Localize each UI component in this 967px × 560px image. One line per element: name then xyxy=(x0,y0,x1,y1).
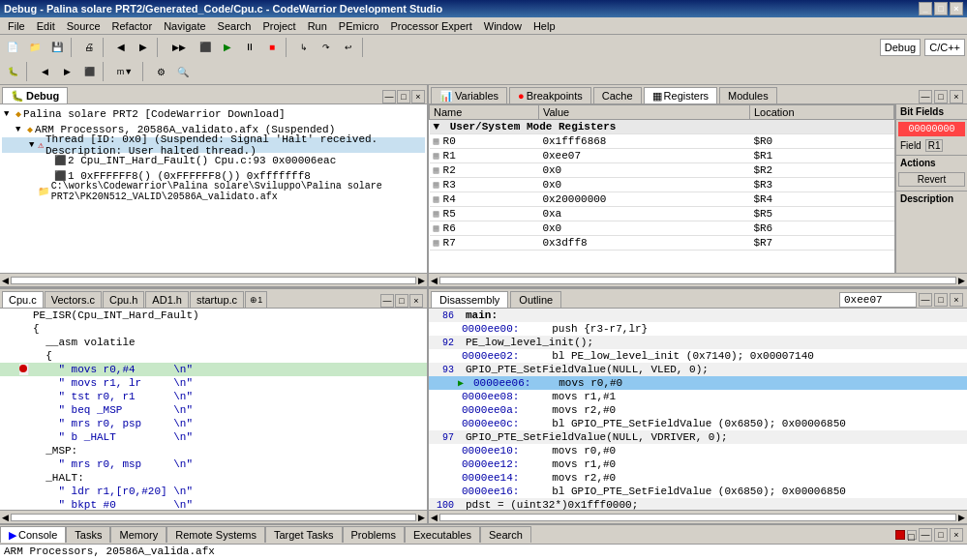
menu-edit[interactable]: Edit xyxy=(31,19,61,33)
disasm-scroll-right[interactable]: ▶ xyxy=(958,513,965,522)
tb-step-out-btn[interactable]: ↩ xyxy=(338,38,359,57)
reg-val-r3[interactable]: 0x0 xyxy=(538,178,749,192)
tb-forward-btn[interactable]: ▶ xyxy=(133,38,154,57)
source-tab-vectors[interactable]: Vectors.c xyxy=(45,291,102,308)
menu-pemicro[interactable]: PEmicro xyxy=(333,19,385,33)
disasm-scroll-bar[interactable] xyxy=(439,514,956,521)
vars-tab-registers[interactable]: ▦Registers xyxy=(644,87,717,103)
source-maximize-btn[interactable]: □ xyxy=(395,294,408,308)
vars-minimize-btn[interactable]: — xyxy=(919,90,932,103)
menu-navigate[interactable]: Navigate xyxy=(158,19,211,33)
disasm-addr-input[interactable] xyxy=(839,292,917,308)
reg-val-r6[interactable]: 0x0 xyxy=(538,221,749,236)
reg-val-r4[interactable]: 0x20000000 xyxy=(538,192,749,207)
menu-run[interactable]: Run xyxy=(302,19,333,33)
disasm-maximize-btn[interactable]: □ xyxy=(934,293,948,307)
reg-val-r2[interactable]: 0x0 xyxy=(538,163,749,178)
tb-print-btn[interactable]: 🖨 xyxy=(78,38,100,57)
tb-save-btn[interactable]: 💾 xyxy=(46,38,68,57)
console-minimize-btn[interactable]: — xyxy=(919,528,932,542)
tb-new-btn[interactable]: 📄 xyxy=(2,38,23,57)
disasm-minimize-btn[interactable]: — xyxy=(919,293,932,307)
menu-search[interactable]: Search xyxy=(212,19,257,33)
src-scroll-bar[interactable] xyxy=(11,514,416,521)
source-tab-ad1h[interactable]: AD1.h xyxy=(145,291,189,308)
reg-val-r1[interactable]: 0xee07 xyxy=(538,149,749,163)
vars-scroll-bar[interactable] xyxy=(439,277,956,284)
console-clear-btn[interactable]: □ xyxy=(907,530,917,540)
tb-back-btn[interactable]: ◀ xyxy=(110,38,132,57)
reg-val-r7[interactable]: 0x3dff8 xyxy=(538,236,749,251)
source-minimize-btn[interactable]: — xyxy=(380,294,394,308)
debug-minimize-btn[interactable]: — xyxy=(382,90,396,103)
src-scroll-right[interactable]: ▶ xyxy=(418,513,425,522)
source-tab-startup[interactable]: startup.c xyxy=(190,291,244,308)
tree-item-2[interactable]: ▼ ⚠ Thread [ID: 0x0] (Suspended: Signal … xyxy=(2,137,425,153)
tb-debug-btn[interactable]: ⬛ xyxy=(195,38,216,57)
console-maximize-btn[interactable]: □ xyxy=(934,528,948,542)
console-tab-problems[interactable]: Problems xyxy=(343,526,405,543)
tb-build-btn[interactable]: ▶▶ xyxy=(165,38,194,57)
group-arrow[interactable]: ▼ xyxy=(434,121,440,133)
source-tab-cpuh[interactable]: Cpu.h xyxy=(103,291,144,308)
src-bp[interactable] xyxy=(19,364,29,375)
tree-item-5[interactable]: 📁 C:\works\Codewarrior\Palina solare\Svi… xyxy=(2,184,425,199)
disasm-tab-outline[interactable]: Outline xyxy=(510,291,561,308)
tree-item-0[interactable]: ▼ ◆ Palina solare PRT2 [CodeWarrior Down… xyxy=(2,106,425,122)
console-tab-console[interactable]: ▶Console xyxy=(0,526,66,543)
vars-maximize-btn[interactable]: □ xyxy=(934,90,948,103)
maximize-btn[interactable]: □ xyxy=(934,2,948,15)
menu-project[interactable]: Project xyxy=(257,19,301,33)
tb-r2-btn[interactable]: ▶ xyxy=(56,62,77,81)
menu-refactor[interactable]: Refactor xyxy=(106,19,159,33)
tb-pause-btn[interactable]: ⏸ xyxy=(239,38,260,57)
tb-search-btn[interactable]: 🔍 xyxy=(172,62,194,81)
disasm-close-btn[interactable]: × xyxy=(950,293,963,307)
menu-file[interactable]: File xyxy=(2,19,31,33)
vars-scroll-right[interactable]: ▶ xyxy=(958,276,965,285)
minimize-btn[interactable]: _ xyxy=(919,2,932,15)
console-stop-btn[interactable] xyxy=(895,530,905,540)
cpp-perspective-label[interactable]: C/C++ xyxy=(924,39,965,56)
tree-scroll-bar[interactable] xyxy=(11,277,416,284)
vars-tab-breakpoints[interactable]: ●Breakpoints xyxy=(509,87,591,103)
tb-step-over-btn[interactable]: ↷ xyxy=(316,38,337,57)
debug-perspective-label[interactable]: Debug xyxy=(880,39,921,56)
debug-maximize-btn[interactable]: □ xyxy=(397,90,410,103)
tb-m-btn[interactable]: m▼ xyxy=(110,62,139,81)
vars-tab-cache[interactable]: Cache xyxy=(593,87,642,103)
console-tab-tasks[interactable]: Tasks xyxy=(66,526,110,543)
console-tab-search[interactable]: Search xyxy=(480,526,531,543)
tree-scroll-left[interactable]: ◀ xyxy=(2,276,9,285)
tb-stop-btn[interactable]: ■ xyxy=(261,38,283,57)
tree-scroll-right[interactable]: ▶ xyxy=(418,276,425,285)
tb-r1-btn[interactable]: ◀ xyxy=(34,62,55,81)
tb-debug2-btn[interactable]: 🐛 xyxy=(2,62,23,81)
revert-button[interactable]: Revert xyxy=(898,172,965,187)
source-close-btn[interactable]: × xyxy=(409,294,423,308)
disasm-scroll-left[interactable]: ◀ xyxy=(431,513,438,522)
tb-open-btn[interactable]: 📁 xyxy=(24,38,45,57)
vars-close-btn[interactable]: × xyxy=(950,90,963,103)
close-btn[interactable]: × xyxy=(950,2,963,15)
menu-window[interactable]: Window xyxy=(478,19,528,33)
tb-r3-btn[interactable]: ⬛ xyxy=(78,62,100,81)
debug-tab[interactable]: 🐛 Debug xyxy=(2,87,68,103)
disasm-tab-disassembly[interactable]: Disassembly xyxy=(431,291,508,308)
menu-help[interactable]: Help xyxy=(528,19,561,33)
reg-val-r5[interactable]: 0xa xyxy=(538,207,749,221)
console-tab-remote[interactable]: Remote Systems xyxy=(166,526,265,543)
console-close-btn[interactable]: × xyxy=(950,528,963,542)
console-tab-memory[interactable]: Memory xyxy=(110,526,166,543)
vars-tab-modules[interactable]: Modules xyxy=(719,87,777,103)
vars-scroll-left[interactable]: ◀ xyxy=(431,276,438,285)
source-tab-1[interactable]: ⊕1 xyxy=(245,291,267,308)
tb-step-into-btn[interactable]: ↳ xyxy=(293,38,315,57)
menu-source[interactable]: Source xyxy=(61,19,106,33)
tb-resume-btn[interactable]: ▶ xyxy=(217,38,238,57)
menu-processor-expert[interactable]: Processor Expert xyxy=(384,19,477,33)
console-tab-executables[interactable]: Executables xyxy=(405,526,480,543)
debug-close-btn[interactable]: × xyxy=(411,90,425,103)
source-tab-cpu[interactable]: Cpu.c xyxy=(2,291,44,308)
src-scroll-left[interactable]: ◀ xyxy=(2,513,9,522)
